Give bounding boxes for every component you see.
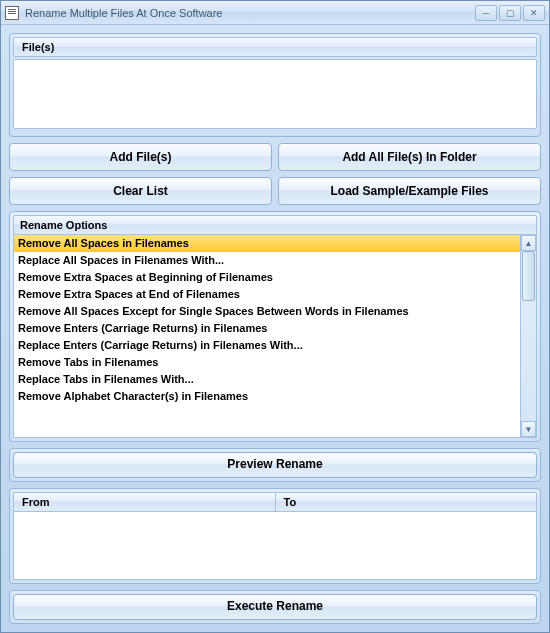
button-row-2: Clear List Load Sample/Example Files [9,177,541,205]
options-list[interactable]: Remove All Spaces in FilenamesReplace Al… [14,235,520,437]
titlebar[interactable]: Rename Multiple Files At Once Software ─… [1,1,549,25]
option-item[interactable]: Replace All Spaces in Filenames With... [14,252,520,269]
add-folder-button[interactable]: Add All File(s) In Folder [278,143,541,171]
files-group: File(s) [9,33,541,137]
option-item[interactable]: Remove Enters (Carriage Returns) in File… [14,320,520,337]
preview-list[interactable] [13,512,537,580]
minimize-button[interactable]: ─ [475,5,497,21]
scroll-up-button[interactable]: ▲ [521,235,536,251]
option-item[interactable]: Remove All Spaces in Filenames [14,235,520,252]
scroll-thumb[interactable] [522,251,535,301]
close-button[interactable]: ✕ [523,5,545,21]
scroll-track[interactable] [521,251,536,421]
load-sample-button[interactable]: Load Sample/Example Files [278,177,541,205]
option-item[interactable]: Remove Alphabet Character(s) in Filename… [14,388,520,405]
window-controls: ─ ▢ ✕ [475,5,545,21]
option-item[interactable]: Replace Enters (Carriage Returns) in Fil… [14,337,520,354]
app-icon [5,6,19,20]
preview-header: From To [13,492,537,512]
files-list[interactable] [13,59,537,129]
options-group: Rename Options Remove All Spaces in File… [9,211,541,442]
client-area: File(s) Add File(s) Add All File(s) In F… [1,25,549,632]
button-row-1: Add File(s) Add All File(s) In Folder [9,143,541,171]
clear-list-button[interactable]: Clear List [9,177,272,205]
option-item[interactable]: Remove Extra Spaces at End of Filenames [14,286,520,303]
option-item[interactable]: Remove Tabs in Filenames [14,354,520,371]
option-item[interactable]: Remove Extra Spaces at Beginning of File… [14,269,520,286]
options-scrollbar[interactable]: ▲ ▼ [520,235,536,437]
maximize-button[interactable]: ▢ [499,5,521,21]
options-header: Rename Options [13,215,537,235]
scroll-down-button[interactable]: ▼ [521,421,536,437]
options-list-wrap: Remove All Spaces in FilenamesReplace Al… [13,235,537,438]
preview-button[interactable]: Preview Rename [13,452,537,478]
option-item[interactable]: Remove All Spaces Except for Single Spac… [14,303,520,320]
preview-button-group: Preview Rename [9,448,541,482]
window-title: Rename Multiple Files At Once Software [25,7,475,19]
files-header: File(s) [13,37,537,57]
execute-group: Execute Rename [9,590,541,624]
preview-to-header: To [276,493,537,511]
preview-group: From To [9,488,541,584]
preview-from-header: From [14,493,276,511]
option-item[interactable]: Replace Tabs in Filenames With... [14,371,520,388]
app-window: Rename Multiple Files At Once Software ─… [0,0,550,633]
add-files-button[interactable]: Add File(s) [9,143,272,171]
execute-button[interactable]: Execute Rename [13,594,537,620]
